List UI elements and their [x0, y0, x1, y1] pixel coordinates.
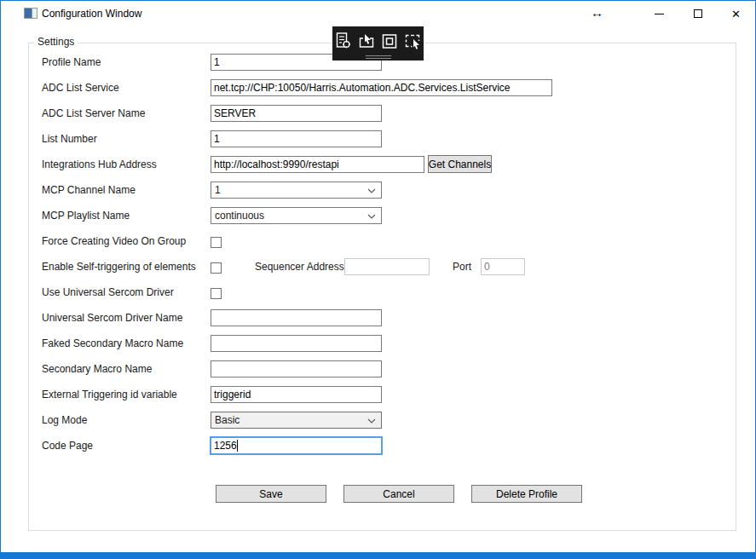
- adc-list-server-name-input[interactable]: [211, 105, 382, 122]
- list-number-label: List Number: [42, 130, 97, 147]
- chevron-down-icon: [367, 188, 376, 193]
- minimize-icon: [655, 14, 664, 14]
- port-input[interactable]: [481, 258, 525, 275]
- close-icon: ✕: [731, 9, 741, 20]
- code-page-label: Code Page: [42, 437, 93, 454]
- secondary-macro-name-label: Secondary Macro Name: [42, 360, 152, 377]
- faked-secondary-macro-name-label: Faked Secondary Macro Name: [42, 335, 183, 352]
- resize-arrows-icon: ↔: [591, 5, 603, 20]
- force-creating-video-label: Force Creating Video On Group: [42, 233, 186, 250]
- cancel-button[interactable]: Cancel: [343, 485, 454, 503]
- mcp-channel-name-select[interactable]: 1: [211, 182, 382, 199]
- log-mode-select[interactable]: Basic: [211, 412, 382, 429]
- chevron-down-icon: [367, 214, 376, 219]
- enable-self-triggering-label: Enable Self-triggering of elements: [42, 258, 196, 275]
- sequencer-address-label: Sequencer Address: [255, 258, 344, 275]
- enable-self-triggering-checkbox[interactable]: [211, 262, 222, 274]
- integrations-hub-address-label: Integrations Hub Address: [42, 156, 157, 173]
- window-title: Configuration Window: [42, 8, 141, 20]
- maximize-icon: [694, 9, 702, 18]
- list-number-input[interactable]: [211, 130, 382, 147]
- pointer-select-icon[interactable]: [358, 32, 375, 50]
- log-mode-label: Log Mode: [42, 412, 87, 429]
- text-caret: [237, 440, 238, 452]
- configuration-window: Configuration Window ↔ ✕ Settings Profil…: [0, 0, 756, 559]
- titlebar: Configuration Window ↔ ✕: [1, 1, 755, 26]
- save-button[interactable]: Save: [216, 485, 326, 503]
- adc-list-server-name-label: ADC List Server Name: [42, 105, 145, 122]
- overlay-toolbar: [332, 26, 424, 61]
- integrations-hub-address-input[interactable]: [211, 156, 424, 173]
- maximize-button[interactable]: [678, 1, 717, 26]
- port-label: Port: [453, 258, 471, 275]
- faked-secondary-macro-name-input[interactable]: [211, 335, 382, 352]
- chevron-down-icon: [367, 418, 376, 424]
- get-channels-button[interactable]: Get Channels: [428, 155, 492, 173]
- mcp-channel-name-value: 1: [215, 184, 221, 196]
- external-triggering-id-label: External Triggering id variable: [42, 386, 177, 403]
- settings-group-label: Settings: [34, 36, 78, 48]
- region-box-icon[interactable]: [381, 32, 398, 50]
- adc-list-service-input[interactable]: [211, 79, 552, 96]
- script-target-icon[interactable]: [335, 32, 352, 50]
- pointer-capture-icon[interactable]: [404, 32, 421, 50]
- code-page-input[interactable]: [210, 436, 383, 455]
- mcp-channel-name-label: MCP Channel Name: [42, 182, 136, 199]
- mcp-playlist-name-select[interactable]: continuous: [211, 207, 382, 224]
- profile-name-label: Profile Name: [42, 54, 101, 71]
- use-universal-sercom-checkbox[interactable]: [211, 288, 222, 299]
- minimize-button[interactable]: [640, 1, 678, 26]
- universal-sercom-driver-name-input[interactable]: [211, 309, 382, 326]
- force-creating-video-checkbox[interactable]: [211, 237, 222, 248]
- mcp-playlist-name-label: MCP Playlist Name: [42, 207, 130, 224]
- use-universal-sercom-label: Use Universal Sercom Driver: [42, 284, 174, 301]
- log-mode-value: Basic: [215, 414, 239, 426]
- delete-profile-button[interactable]: Delete Profile: [471, 485, 582, 503]
- secondary-macro-name-input[interactable]: [211, 360, 382, 377]
- universal-sercom-driver-name-label: Universal Sercom Driver Name: [42, 309, 182, 326]
- external-triggering-id-input[interactable]: [211, 386, 382, 403]
- close-button[interactable]: ✕: [717, 1, 755, 26]
- mcp-playlist-name-value: continuous: [215, 210, 264, 222]
- toolbar-drag-handle[interactable]: [366, 54, 391, 58]
- adc-list-service-label: ADC List Service: [42, 79, 119, 96]
- sequencer-address-input[interactable]: [344, 258, 430, 275]
- app-window-icon: [24, 8, 38, 19]
- window-bottom-edge: [1, 552, 755, 558]
